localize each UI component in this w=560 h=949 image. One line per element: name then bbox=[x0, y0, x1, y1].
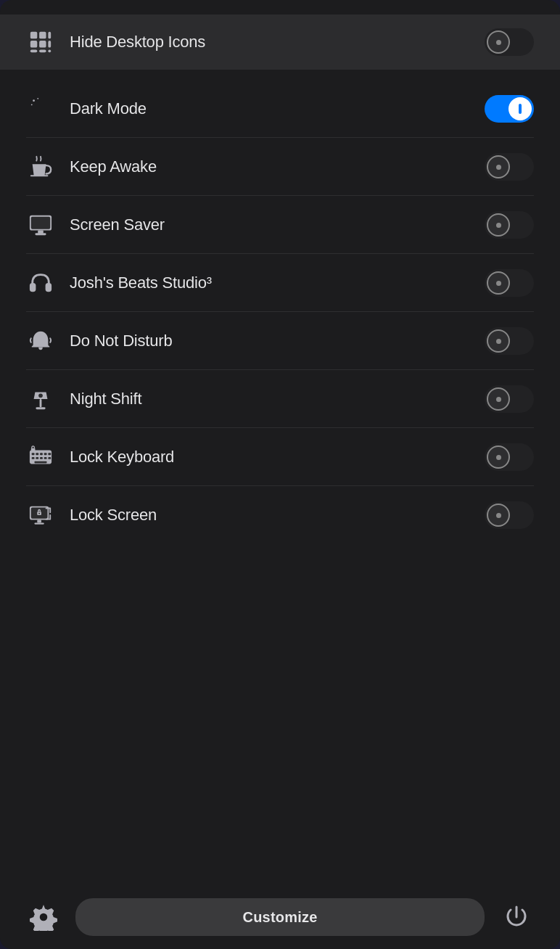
svg-rect-3 bbox=[30, 41, 37, 47]
dark-mode-toggle[interactable] bbox=[485, 95, 534, 123]
do-not-disturb-row: Do Not Disturb bbox=[0, 312, 560, 370]
svg-point-9 bbox=[33, 99, 35, 102]
svg-rect-25 bbox=[44, 453, 47, 455]
svg-rect-27 bbox=[32, 457, 35, 459]
hide-desktop-icons-toggle[interactable] bbox=[485, 28, 534, 56]
svg-rect-23 bbox=[36, 453, 38, 455]
night-shift-toggle[interactable] bbox=[485, 385, 534, 413]
svg-rect-5 bbox=[48, 41, 51, 47]
beats-label: Josh's Beats Studio³ bbox=[70, 274, 470, 292]
svg-rect-18 bbox=[40, 399, 42, 407]
headphones-icon bbox=[26, 268, 55, 297]
svg-rect-33 bbox=[31, 448, 36, 452]
svg-rect-30 bbox=[44, 457, 47, 459]
moon-icon bbox=[26, 94, 55, 123]
svg-point-11 bbox=[31, 104, 33, 105]
lock-keyboard-label: Lock Keyboard bbox=[70, 448, 470, 467]
svg-point-39 bbox=[38, 513, 40, 514]
svg-point-20 bbox=[38, 393, 43, 398]
settings-panel: Hide Desktop Icons Dark Mode bbox=[0, 0, 560, 949]
keep-awake-row: Keep Awake bbox=[0, 138, 560, 196]
dark-mode-row: Dark Mode bbox=[0, 80, 560, 138]
svg-rect-15 bbox=[35, 233, 46, 235]
lock-screen-row: Lock Screen bbox=[0, 486, 560, 544]
keep-awake-toggle[interactable] bbox=[485, 153, 534, 181]
gear-button[interactable] bbox=[26, 900, 61, 934]
screen-saver-row: Screen Saver bbox=[0, 196, 560, 254]
svg-rect-26 bbox=[48, 453, 51, 455]
svg-point-40 bbox=[40, 913, 48, 921]
screen-saver-label: Screen Saver bbox=[70, 215, 470, 234]
do-not-disturb-toggle[interactable] bbox=[485, 327, 534, 355]
svg-rect-16 bbox=[30, 283, 36, 292]
hide-desktop-icons-row: Hide Desktop Icons bbox=[0, 15, 560, 70]
beats-row: Josh's Beats Studio³ bbox=[0, 254, 560, 312]
svg-rect-29 bbox=[40, 457, 43, 459]
svg-rect-17 bbox=[46, 283, 52, 292]
svg-rect-37 bbox=[35, 522, 44, 524]
svg-rect-22 bbox=[32, 453, 35, 455]
lock-screen-label: Lock Screen bbox=[70, 506, 470, 525]
keep-awake-label: Keep Awake bbox=[70, 157, 470, 176]
lock-keyboard-toggle[interactable] bbox=[485, 443, 534, 471]
lamp-icon bbox=[26, 385, 55, 414]
power-button[interactable] bbox=[499, 900, 534, 934]
customize-button[interactable]: Customize bbox=[75, 898, 485, 936]
svg-rect-0 bbox=[30, 32, 37, 38]
grid-icon bbox=[26, 28, 55, 57]
svg-rect-4 bbox=[39, 41, 46, 47]
settings-list: Dark Mode Keep Awake bbox=[0, 80, 560, 885]
svg-rect-19 bbox=[36, 407, 45, 409]
dark-mode-label: Dark Mode bbox=[70, 99, 470, 118]
svg-rect-8 bbox=[48, 49, 51, 52]
svg-rect-7 bbox=[39, 49, 46, 52]
svg-rect-28 bbox=[36, 457, 38, 459]
bell-icon bbox=[26, 326, 55, 356]
coffee-icon bbox=[26, 152, 55, 181]
svg-rect-13 bbox=[31, 217, 50, 229]
beats-toggle[interactable] bbox=[485, 269, 534, 297]
night-shift-label: Night Shift bbox=[70, 390, 470, 408]
lock-monitor-icon bbox=[26, 501, 55, 530]
lock-keyboard-row: Lock Keyboard bbox=[0, 428, 560, 486]
night-shift-row: Night Shift bbox=[0, 370, 560, 428]
svg-rect-24 bbox=[40, 453, 43, 455]
svg-rect-2 bbox=[48, 32, 51, 38]
svg-rect-36 bbox=[37, 520, 41, 523]
svg-rect-31 bbox=[48, 457, 51, 459]
do-not-disturb-label: Do Not Disturb bbox=[70, 332, 470, 350]
svg-rect-32 bbox=[35, 461, 47, 464]
lock-screen-toggle[interactable] bbox=[485, 501, 534, 529]
monitor-icon bbox=[26, 210, 55, 239]
svg-rect-6 bbox=[30, 49, 37, 52]
screen-saver-toggle[interactable] bbox=[485, 211, 534, 239]
keyboard-icon bbox=[26, 443, 55, 472]
hide-desktop-icons-label: Hide Desktop Icons bbox=[70, 33, 470, 52]
bottom-bar: Customize bbox=[0, 885, 560, 949]
svg-rect-1 bbox=[39, 32, 46, 38]
svg-point-10 bbox=[37, 98, 38, 99]
